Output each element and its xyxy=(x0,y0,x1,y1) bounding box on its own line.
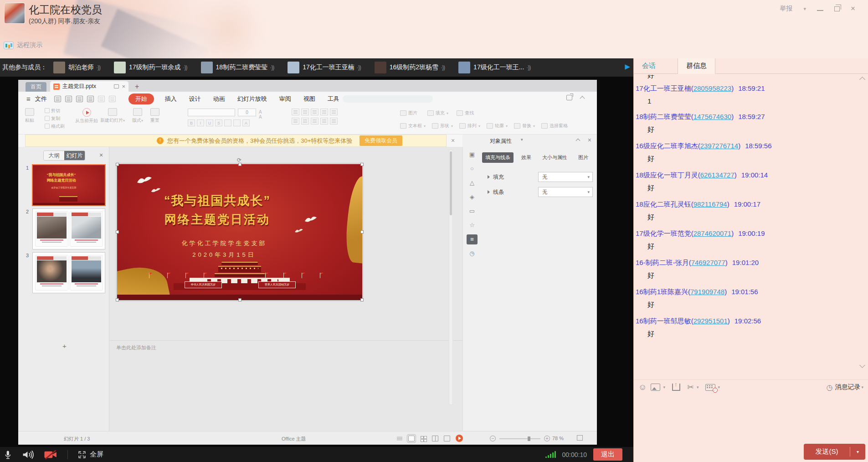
properties-tab[interactable]: 图片 xyxy=(575,152,591,163)
wps-menu-tab[interactable]: 幻灯片放映 xyxy=(237,95,267,103)
print-icon[interactable] xyxy=(76,96,83,102)
properties-tab[interactable]: 填充与线条 xyxy=(482,152,514,163)
selection-handle[interactable] xyxy=(116,230,119,234)
participant-entry[interactable]: 17级化工一班王... ·)) xyxy=(458,62,530,73)
sender-qq-link[interactable]: 746927077 xyxy=(691,259,725,266)
slide-thumbnail-1[interactable]: “我与祖国共成长” 网络主题党日活动 化学化工学院学生党支部 xyxy=(33,165,105,205)
sender-qq-link[interactable]: 982116794 xyxy=(693,200,727,208)
ribbon-small-button[interactable]: 复制 xyxy=(45,115,65,122)
chat-message-list[interactable]: 好 17化工一班王亚楠(2805958223)18:59:21 1 18制药二班… xyxy=(634,75,859,368)
tab-outline[interactable]: 大纲 xyxy=(44,151,64,160)
chevron-down-icon[interactable]: ▾ xyxy=(850,449,865,454)
ribbon-small-button[interactable]: 剪切 xyxy=(45,108,65,114)
wps-menu-tab[interactable]: 审阅 xyxy=(279,95,291,103)
ribbon-button[interactable]: 轮廓▾ xyxy=(487,123,508,129)
image-icon[interactable] xyxy=(651,384,660,391)
notes-placeholder[interactable]: 单击此处添加备注 xyxy=(116,344,156,351)
tab-conversation[interactable]: 会话 xyxy=(642,62,656,70)
properties-category-icon[interactable]: ≡ xyxy=(467,234,478,244)
sender-qq-link[interactable]: 292951501 xyxy=(693,317,728,325)
chevron-down-icon[interactable]: ▾ xyxy=(521,137,523,142)
font-name-select[interactable] xyxy=(188,109,235,116)
scroll-down-icon[interactable] xyxy=(859,362,865,368)
participant-entry[interactable]: 17化工一班王亚楠 ·)) xyxy=(288,62,361,73)
wps-menu-tab[interactable]: 视图 xyxy=(303,95,315,103)
close-promo-icon[interactable]: × xyxy=(451,137,455,144)
save-icon[interactable] xyxy=(65,96,72,102)
current-slide[interactable]: “我与祖国共成长” 网络主题党日活动 化学化工学院学生党支部 2020年3月15… xyxy=(117,164,362,300)
sender-qq-link[interactable]: 2874620071 xyxy=(693,229,731,237)
reading-view-icon[interactable] xyxy=(432,436,438,441)
fullscreen-icon[interactable] xyxy=(78,451,86,459)
selection-handle[interactable] xyxy=(360,298,364,301)
properties-tab[interactable]: 效果 xyxy=(518,152,534,163)
play-from-current-button[interactable]: 从当前开始 xyxy=(75,108,98,124)
properties-tab[interactable]: 大小与属性 xyxy=(539,152,570,163)
properties-category-icon[interactable]: ☆ xyxy=(467,220,478,230)
sender-qq-link[interactable]: 2397276714 xyxy=(700,142,738,150)
strikethrough-icon[interactable]: S xyxy=(215,119,222,126)
scrollbar-thumb[interactable] xyxy=(450,151,452,215)
ribbon-button[interactable]: 查找 xyxy=(457,110,476,116)
chevron-down-icon[interactable]: ▾ xyxy=(718,385,720,389)
zoom-in-icon[interactable]: + xyxy=(544,436,550,441)
close-panel-icon[interactable]: × xyxy=(588,136,591,144)
close-pane-icon[interactable]: × xyxy=(99,151,103,159)
align-left-icon[interactable] xyxy=(292,109,299,115)
shadow-icon[interactable] xyxy=(224,119,231,126)
file-menu[interactable]: 文件 xyxy=(35,95,47,103)
bullet-list-icon[interactable] xyxy=(292,118,299,125)
open-icon[interactable] xyxy=(54,96,61,102)
ribbon-button[interactable]: 排列▾ xyxy=(459,123,480,129)
message-history-button[interactable]: ◷ 消息记录 ▾ xyxy=(827,383,864,392)
indent-decrease-icon[interactable] xyxy=(311,118,318,125)
zoom-percentage[interactable]: 78 % xyxy=(552,436,564,441)
participant-entry[interactable]: 胡泊老师 ·)) xyxy=(53,62,100,73)
share-icon[interactable] xyxy=(566,95,572,100)
group-avatar[interactable] xyxy=(5,3,25,23)
ribbon-button[interactable]: 图片 xyxy=(400,110,419,116)
sender-qq-link[interactable]: 626134727 xyxy=(700,171,734,179)
speaker-icon[interactable] xyxy=(22,450,34,460)
line-spacing-icon[interactable] xyxy=(330,109,338,115)
canvas-scrollbar[interactable] xyxy=(449,150,453,405)
properties-category-icon[interactable]: △ xyxy=(467,178,478,188)
wps-menu-tab[interactable]: 设计 xyxy=(189,95,201,103)
ribbon-button[interactable]: 版式▾ xyxy=(132,108,143,124)
selection-handle[interactable] xyxy=(116,298,119,301)
add-slide-button[interactable]: + xyxy=(62,342,67,350)
wps-menu-tab-active[interactable]: 开始 xyxy=(128,93,154,104)
ribbon-button[interactable]: 新建幻灯片▾ xyxy=(100,108,125,124)
wps-menu-tab[interactable]: 插入 xyxy=(165,95,177,103)
highlight-icon[interactable] xyxy=(233,119,241,126)
report-button[interactable]: 举报 xyxy=(780,5,793,13)
property-value-select[interactable]: 无▾ xyxy=(538,187,593,197)
ribbon-button[interactable]: 文本框▾ xyxy=(400,123,426,129)
message-input-area[interactable] xyxy=(634,395,868,444)
font-color-icon[interactable]: A xyxy=(242,119,250,126)
properties-category-icon[interactable]: ▭ xyxy=(467,206,478,216)
chevron-down-icon[interactable]: ▾ xyxy=(663,385,665,389)
preview-icon[interactable] xyxy=(87,96,94,102)
selection-handle[interactable] xyxy=(238,163,241,166)
tab-group-info[interactable]: 群信息 xyxy=(678,58,715,74)
minimize-button[interactable] xyxy=(817,10,823,11)
sender-qq-link[interactable]: 1475674630 xyxy=(693,113,731,120)
wps-home-tab[interactable]: 首页 xyxy=(26,82,46,92)
selection-handle[interactable] xyxy=(238,298,241,301)
align-right-icon[interactable] xyxy=(311,109,318,115)
hamburger-menu-icon[interactable]: ≡ xyxy=(26,95,31,103)
properties-category-icon[interactable]: ◈ xyxy=(467,192,478,202)
selection-handle[interactable] xyxy=(360,230,364,234)
ribbon-button[interactable]: 填充▾ xyxy=(427,110,448,116)
collapse-ribbon-icon[interactable] xyxy=(580,96,585,101)
collapse-panel-icon[interactable] xyxy=(576,139,580,143)
emoji-icon[interactable]: ☺ xyxy=(638,383,647,392)
undo-icon[interactable] xyxy=(98,96,105,102)
handout-view-icon[interactable] xyxy=(444,436,450,441)
present-icon[interactable] xyxy=(114,84,119,88)
chevron-down-icon[interactable]: ▾ xyxy=(697,385,699,389)
paste-button[interactable]: 粘贴 xyxy=(25,108,34,124)
bold-icon[interactable]: B xyxy=(188,119,195,126)
new-tab-button[interactable]: + xyxy=(135,82,139,92)
